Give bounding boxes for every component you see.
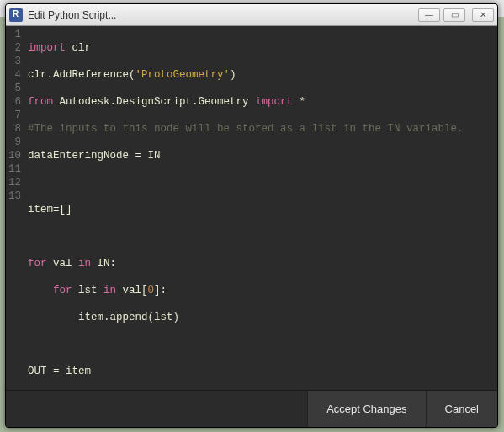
accept-changes-button[interactable]: Accept Changes: [307, 391, 425, 427]
line-number: 5: [6, 82, 21, 95]
line-gutter: 1 2 3 4 5 6 7 8 9 10 11 12 13: [6, 28, 26, 390]
code-line: import clr: [28, 41, 497, 55]
line-number: 2: [6, 41, 21, 55]
code-line: #The inputs to this node will be stored …: [28, 122, 497, 136]
close-button[interactable]: ✕: [472, 8, 494, 22]
maximize-button[interactable]: ▭: [443, 8, 465, 22]
editor-window: Edit Python Script... — ▭ ✕ 1 2 3 4 5 6 …: [5, 3, 498, 428]
line-number: 4: [6, 68, 21, 82]
code-line: [28, 230, 497, 243]
code-line: item=[]: [28, 203, 497, 216]
code-line: [28, 338, 497, 351]
code-line: item.append(lst): [28, 311, 497, 324]
line-number: 7: [6, 109, 21, 122]
code-line: for lst in val[0]:: [28, 284, 497, 297]
line-number: 3: [6, 55, 21, 68]
cancel-button[interactable]: Cancel: [426, 391, 497, 427]
app-icon: [9, 8, 23, 22]
titlebar[interactable]: Edit Python Script... — ▭ ✕: [6, 4, 497, 26]
code-line: for val in IN:: [28, 257, 497, 270]
minimize-button[interactable]: —: [418, 8, 440, 22]
line-number: 13: [6, 189, 21, 203]
code-line: [28, 176, 497, 189]
code-area[interactable]: import clr clr.AddReference('ProtoGeomet…: [26, 28, 497, 390]
code-line: dataEnteringNode = IN: [28, 149, 497, 163]
line-number: 12: [6, 176, 21, 189]
line-number: 8: [6, 122, 21, 136]
line-number: 1: [6, 28, 21, 41]
window-controls: — ▭ ✕: [418, 8, 494, 22]
line-number: 10: [6, 149, 21, 163]
code-line: from Autodesk.DesignScript.Geometry impo…: [28, 95, 497, 109]
line-number: 6: [6, 95, 21, 109]
line-number: 9: [6, 136, 21, 149]
line-number: 11: [6, 163, 21, 176]
code-editor[interactable]: 1 2 3 4 5 6 7 8 9 10 11 12 13 import clr…: [6, 26, 497, 390]
footer-bar: Accept Changes Cancel: [6, 390, 497, 427]
window-title: Edit Python Script...: [28, 9, 418, 21]
code-line: clr.AddReference('ProtoGeometry'): [28, 68, 497, 82]
code-line: OUT = item: [28, 365, 497, 378]
